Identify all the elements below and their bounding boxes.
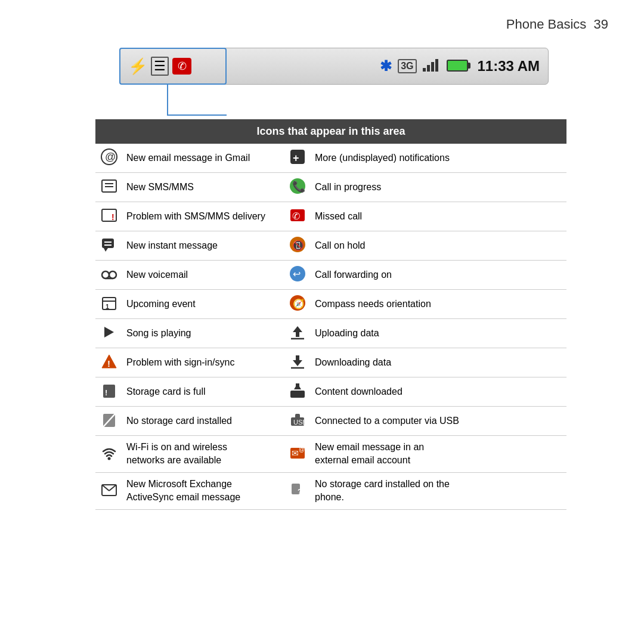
desc-song-playing: Song is playing: [123, 319, 284, 348]
icon-sd-full: !: [95, 377, 123, 407]
icon-sms: [95, 173, 123, 202]
table-row: New SMS/MMS 📞 Call in progress: [95, 173, 566, 202]
svg-text:?: ?: [298, 488, 302, 496]
missed-call-status-icon: ✆: [172, 58, 191, 75]
time-display: 11:33 AM: [478, 58, 540, 75]
svg-rect-40: [296, 355, 299, 360]
svg-marker-33: [104, 327, 114, 338]
desc-sms-err: Problem with SMS/MMS delivery: [123, 202, 284, 231]
icon-missed-call: ✆: [284, 202, 311, 231]
svg-marker-18: [104, 248, 108, 252]
icon-no-sd-phone: ?: [284, 472, 311, 509]
icon-usb-connected: USB: [284, 407, 311, 436]
icons-table: @ New email message in Gmail + More (und…: [95, 144, 566, 510]
desc-wifi: Wi-Fi is on and wirelessnetworks are ava…: [123, 436, 284, 473]
desc-call-hold: Call on hold: [311, 231, 566, 261]
desc-no-sd-phone: No storage card installed on thephone.: [311, 472, 566, 509]
icon-im: [95, 231, 123, 261]
svg-rect-3: [435, 59, 438, 72]
svg-text:+: +: [293, 152, 299, 164]
svg-rect-50: [295, 414, 300, 419]
icon-downloading: [284, 348, 311, 377]
svg-text:📞: 📞: [292, 180, 306, 193]
svg-text:USB: USB: [293, 419, 306, 426]
svg-rect-46: [296, 383, 299, 389]
icons-table-container: Icons that appear in this area @ New ema…: [95, 119, 566, 510]
desc-sms: New SMS/MMS: [123, 173, 284, 202]
svg-text:📵: 📵: [292, 240, 304, 251]
icon-exchange: [95, 472, 123, 509]
3g-icon: 3G: [398, 59, 416, 73]
desc-call-in-progress: Call in progress: [311, 173, 566, 202]
svg-rect-1: [427, 65, 430, 72]
svg-marker-39: [293, 360, 302, 366]
icon-call-in-progress: 📞: [284, 173, 311, 202]
desc-upcoming-event: Upcoming event: [123, 290, 284, 319]
svg-text:✆: ✆: [292, 211, 300, 221]
table-row: 1 Upcoming event 🧭 Compass needs orienta…: [95, 290, 566, 319]
svg-line-57: [102, 485, 109, 491]
table-row: New Microsoft ExchangeActiveSync email m…: [95, 472, 566, 509]
svg-text:1: 1: [106, 303, 109, 310]
svg-line-58: [109, 485, 116, 491]
svg-text:!: !: [112, 212, 114, 222]
desc-more-notif: More (undisplayed) notifications: [311, 144, 566, 173]
svg-rect-44: [290, 391, 305, 398]
desc-voicemail: New voicemail: [123, 261, 284, 290]
icon-voicemail: [95, 261, 123, 290]
desc-no-sd: No storage card installed: [123, 407, 284, 436]
svg-text:@: @: [105, 151, 116, 163]
icon-no-sd: [95, 407, 123, 436]
page-header: Phone Basics 39: [506, 17, 608, 32]
svg-point-23: [102, 271, 109, 278]
table-row: New instant message 📵 Call on hold: [95, 231, 566, 261]
icon-sign-in-problem: !: [95, 348, 123, 377]
svg-marker-34: [293, 326, 302, 332]
table-header: Icons that appear in this area: [95, 119, 566, 144]
svg-text:!: !: [105, 388, 107, 397]
desc-compass: Compass needs orientation: [311, 290, 566, 319]
svg-point-24: [109, 271, 116, 278]
table-row: ! Storage card is full Content downloade…: [95, 377, 566, 407]
signal-icon: [423, 57, 441, 76]
table-row: ! Problem with sign-in/sync Downloading …: [95, 348, 566, 377]
table-row: Wi-Fi is on and wirelessnetworks are ava…: [95, 436, 566, 473]
icon-content-downloaded: [284, 377, 311, 407]
icon-song-playing: [95, 319, 123, 348]
desc-call-forwarding: Call forwarding on: [311, 261, 566, 290]
icon-uploading: [284, 319, 311, 348]
status-bar-left-icons: ⚡ ☰ ✆: [128, 57, 191, 76]
battery-icon: [447, 57, 468, 76]
desc-exchange: New Microsoft ExchangeActiveSync email m…: [123, 472, 284, 509]
page-number: 39: [594, 17, 608, 32]
usb-icon: ⚡: [128, 57, 147, 76]
icon-gmail: @: [95, 144, 123, 173]
icon-sms-err: !: [95, 202, 123, 231]
desc-im: New instant message: [123, 231, 284, 261]
sms-status-icon: ☰: [151, 57, 169, 76]
table-row: ! Problem with SMS/MMS delivery ✆ Missed…: [95, 202, 566, 231]
svg-text:↩: ↩: [293, 269, 301, 279]
icon-more-notif: +: [284, 144, 311, 173]
desc-sd-full: Storage card is full: [123, 377, 284, 407]
icon-upcoming-event: 1: [95, 290, 123, 319]
desc-missed-call: Missed call: [311, 202, 566, 231]
svg-text:!: !: [107, 358, 110, 369]
svg-rect-35: [296, 332, 299, 337]
desc-content-downloaded: Content downloaded: [311, 377, 566, 407]
desc-external-email: New email message in anexternal email ac…: [311, 436, 566, 473]
svg-rect-2: [431, 62, 434, 72]
svg-point-52: [108, 457, 111, 460]
svg-text:@: @: [299, 446, 305, 453]
status-bar-container: ⚡ ☰ ✆ ✱ 3G 1: [119, 48, 549, 85]
svg-text:✉: ✉: [292, 448, 299, 458]
status-bar: ⚡ ☰ ✆ ✱ 3G 1: [119, 48, 549, 85]
svg-rect-0: [423, 68, 426, 72]
desc-usb-connected: Connected to a computer via USB: [311, 407, 566, 436]
desc-sign-in-problem: Problem with sign-in/sync: [123, 348, 284, 377]
table-row: Song is playing Uploading data: [95, 319, 566, 348]
icon-call-forwarding: ↩: [284, 261, 311, 290]
bluetooth-icon: ✱: [380, 58, 392, 75]
icon-wifi: [95, 436, 123, 473]
icon-compass: 🧭: [284, 290, 311, 319]
